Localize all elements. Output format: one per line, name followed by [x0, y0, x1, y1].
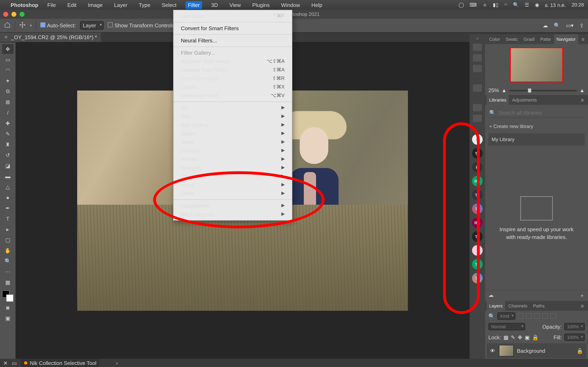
menu-type[interactable]: Type	[136, 1, 153, 9]
cloud-docs-icon[interactable]: ☁	[543, 22, 548, 29]
search-icon[interactable]: 🔍	[513, 2, 519, 8]
menu-imagenomic-sub[interactable]: Imagenomic▶	[173, 201, 292, 210]
menu-vanishing-point[interactable]: Vanishing Point...⌥⌘V	[173, 91, 292, 100]
menu-pixelate-sub[interactable]: Pixelate▶	[173, 146, 292, 155]
panel-menu-icon[interactable]: ≡	[579, 97, 586, 103]
menu-camera-raw[interactable]: Camera Raw Filter...⇧⌘A	[173, 66, 292, 74]
panel-icon-1[interactable]	[473, 44, 482, 51]
menu-video-sub[interactable]: Video▶	[173, 181, 292, 189]
menu-neural-filters[interactable]: Neural Filters...	[173, 36, 292, 45]
menu-blur-gallery-sub[interactable]: Blur Gallery▶	[173, 121, 292, 129]
pen-tool[interactable]: ✒	[2, 203, 13, 213]
layer-thumbnail[interactable]	[499, 345, 514, 356]
zoom-tool[interactable]: 🔍	[2, 256, 13, 266]
plugin-tk2-icon[interactable]: Tk	[472, 190, 483, 200]
filter-pixel-icon[interactable]	[518, 313, 523, 319]
brush-tool[interactable]: ✎	[2, 129, 13, 139]
status-close-icon[interactable]: ✕	[3, 360, 8, 366]
menu-plugins[interactable]: Plugins	[250, 1, 272, 9]
menu-layer[interactable]: Layer	[112, 1, 130, 9]
panel-icon-6[interactable]	[473, 115, 482, 122]
menu-blur-sub[interactable]: Blur▶	[173, 112, 292, 121]
visibility-icon[interactable]: 👁	[490, 348, 496, 354]
menu-lens-correction[interactable]: Lens Correction...⇧⌘R	[173, 74, 292, 83]
tab-libraries[interactable]: Libraries	[487, 95, 509, 105]
shape-tool[interactable]: ▢	[2, 235, 13, 245]
tab-patterns[interactable]: Patte	[538, 34, 553, 44]
maximize-window-button[interactable]	[20, 12, 25, 17]
move-tool[interactable]: ✥	[2, 44, 13, 54]
tab-channels[interactable]: Channels	[506, 301, 530, 311]
filter-adjust-icon[interactable]	[526, 313, 532, 319]
keyboard-icon[interactable]: ⌨	[470, 2, 476, 8]
menu-render-sub[interactable]: Render▶	[173, 155, 292, 164]
menu-distort-sub[interactable]: Distort▶	[173, 129, 292, 138]
control-center-icon[interactable]: ☰	[525, 2, 529, 8]
filter-shape-icon[interactable]	[542, 313, 548, 319]
panel-menu-icon[interactable]: ≡	[579, 36, 587, 42]
tab-adjustments[interactable]: Adjustments	[510, 95, 539, 105]
lasso-tool[interactable]: ◠	[2, 65, 13, 75]
menu-edit[interactable]: Edit	[65, 1, 79, 9]
stamp-tool[interactable]: ♜	[2, 140, 13, 149]
minimize-window-button[interactable]	[11, 12, 16, 17]
type-tool[interactable]: T	[2, 214, 13, 224]
menu-nik-collection-sub[interactable]: Nik Collection▶	[173, 210, 292, 218]
home-button[interactable]	[4, 22, 11, 29]
menu-stylize-sub[interactable]: Stylize▶	[173, 172, 292, 181]
eraser-tool[interactable]: ◪	[2, 161, 13, 170]
tool-preset-dropdown[interactable]: ▾	[30, 23, 32, 28]
plugin-ra2-icon[interactable]: RA	[472, 217, 483, 228]
filter-smart-icon[interactable]	[550, 313, 556, 319]
create-library-button[interactable]: Create new library	[485, 121, 588, 132]
transform-controls-checkbox[interactable]: Show Transform Controls	[108, 22, 174, 29]
tab-paths[interactable]: Paths	[531, 301, 547, 311]
auto-select-dropdown[interactable]: Layer	[80, 21, 104, 30]
menu-help[interactable]: Help	[309, 1, 325, 9]
panel-icon-5[interactable]	[473, 104, 482, 111]
menu-image[interactable]: Image	[86, 1, 105, 9]
plugin-tk3-icon[interactable]: Tk	[472, 203, 483, 214]
cc-icon[interactable]: ◯	[458, 2, 464, 8]
menu-3d-sub[interactable]: 3D▶	[173, 104, 292, 112]
path-select-tool[interactable]: ▸	[2, 224, 13, 234]
battery-icon[interactable]: ▮▯	[493, 2, 499, 8]
menu-3d[interactable]: 3D	[209, 1, 220, 9]
siri-icon[interactable]: ◉	[535, 2, 539, 8]
menu-time[interactable]: 20:28	[572, 2, 584, 8]
menu-sharpen-sub[interactable]: Sharpen▶	[173, 164, 292, 172]
move-tool-icon[interactable]	[19, 22, 26, 29]
workspace-switcher[interactable]: ▭▾	[566, 22, 574, 29]
lock-trans-icon[interactable]: ▦	[503, 334, 508, 340]
eyedropper-tool[interactable]: /	[2, 108, 13, 117]
menu-view[interactable]: View	[227, 1, 243, 9]
zoom-in-icon[interactable]: ▲	[579, 87, 585, 93]
kind-dropdown[interactable]: Kind	[497, 312, 515, 320]
more-tools[interactable]: ⋯	[2, 267, 13, 276]
healing-tool[interactable]: ✚	[2, 118, 13, 128]
filter-kind-icon[interactable]: 🔍	[488, 313, 495, 319]
menu-convert-smart[interactable]: Convert for Smart Filters	[173, 24, 292, 33]
tab-color[interactable]: Color	[487, 34, 502, 44]
filter-type-icon[interactable]	[534, 313, 540, 319]
lock-paint-icon[interactable]: ✎	[511, 334, 515, 340]
plugin-ra-icon[interactable]: RA	[472, 176, 483, 186]
opacity-value[interactable]: 100%	[564, 323, 585, 330]
bluetooth-icon[interactable]: ⨳	[482, 2, 487, 8]
zoom-out-icon[interactable]: ▲	[502, 87, 507, 93]
add-library-icon[interactable]: ＋	[579, 292, 585, 299]
library-search-input[interactable]	[498, 110, 584, 116]
dodge-tool[interactable]: ●	[2, 192, 13, 202]
menu-filter[interactable]: Filter	[186, 1, 202, 9]
menu-date[interactable]: อ. 13 ก.ค.	[545, 1, 566, 9]
plugin-tk5-icon[interactable]: Tk	[472, 259, 483, 269]
gradient-tool[interactable]: ▬	[2, 171, 13, 181]
cloud-icon[interactable]: ☁	[488, 292, 494, 299]
hand-tool[interactable]: ✋	[2, 245, 13, 255]
menu-noise-sub[interactable]: Noise▶	[173, 138, 292, 146]
tab-swatches[interactable]: Swatc	[503, 34, 520, 44]
layer-background[interactable]: 👁 Background 🔒	[487, 343, 586, 358]
plugin-tk6-icon[interactable]: Tk	[472, 273, 483, 284]
share-icon[interactable]: ⇪	[579, 22, 584, 29]
quick-mask[interactable]: ◙	[2, 303, 13, 312]
